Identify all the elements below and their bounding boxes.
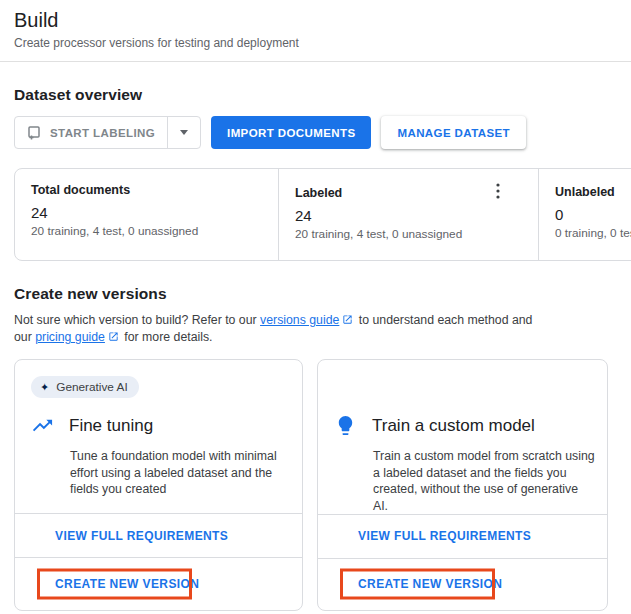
vertical-ellipsis-icon [496, 183, 500, 199]
lightbulb-icon [334, 414, 357, 437]
start-labeling-dropdown[interactable] [167, 117, 200, 148]
custom-model-card: Train a custom model Train a custom mode… [317, 359, 608, 611]
trending-up-icon [31, 414, 54, 437]
sparkle-icon: ✦ [40, 381, 49, 394]
pricing-guide-link[interactable]: pricing guide [35, 330, 105, 344]
view-full-requirements-link[interactable]: VIEW FULL REQUIREMENTS [55, 529, 228, 543]
create-version-row: CREATE NEW VERSION [318, 558, 607, 610]
open-in-new-icon [108, 331, 119, 342]
labeled-overflow-menu-button[interactable] [494, 181, 502, 205]
fine-tuning-card-body: ✦ Generative AI Fine tuning Tune a found… [15, 360, 302, 513]
card-title: Train a custom model [372, 416, 535, 436]
create-versions-intro: Not sure which version to build? Refer t… [14, 312, 631, 346]
badge-label: Generative AI [56, 380, 127, 394]
open-in-new-icon [342, 314, 353, 325]
start-labeling-split-button: START LABELING [14, 116, 201, 149]
caret-down-icon [180, 130, 188, 135]
stat-label: Total documents [31, 183, 278, 197]
stat-label: Unlabeled [555, 185, 631, 199]
start-labeling-button[interactable]: START LABELING [15, 117, 167, 148]
card-title: Fine tuning [69, 416, 153, 436]
requirements-row: VIEW FULL REQUIREMENTS [15, 513, 302, 557]
stat-unlabeled: Unlabeled 0 0 training, 0 test, [538, 169, 631, 260]
intro-text: Not sure which version to build? Refer t… [14, 313, 260, 327]
custom-model-card-body: Train a custom model Train a custom mode… [318, 360, 607, 514]
stat-total-documents: Total documents 24 20 training, 4 test, … [15, 169, 278, 260]
intro-line-1: Not sure which version to build? Refer t… [14, 312, 631, 329]
select-box-plus-icon [26, 125, 42, 141]
custom-model-title-row: Train a custom model [334, 414, 593, 437]
stat-labeled: Labeled 24 20 training, 4 test, 0 unassi… [278, 169, 538, 260]
view-full-requirements-link[interactable]: VIEW FULL REQUIREMENTS [358, 529, 531, 543]
dataset-toolbar: START LABELING IMPORT DOCUMENTS MANAGE D… [14, 116, 631, 149]
fine-tuning-card: ✦ Generative AI Fine tuning Tune a found… [14, 359, 303, 611]
create-new-version-link[interactable]: CREATE NEW VERSION [358, 577, 502, 591]
intro-text: to understand each method and [355, 313, 532, 327]
badge-spacer [334, 376, 593, 398]
create-version-row: CREATE NEW VERSION [15, 557, 302, 610]
card-description: Train a custom model from scratch using … [373, 448, 595, 514]
stat-detail: 20 training, 4 test, 0 unassigned [295, 227, 538, 241]
manage-dataset-button[interactable]: MANAGE DATASET [381, 116, 526, 149]
page-subtitle: Create processor versions for testing an… [14, 36, 615, 50]
stat-detail: 20 training, 4 test, 0 unassigned [31, 224, 278, 238]
stat-value: 24 [31, 204, 278, 221]
card-description: Tune a foundation model with minimal eff… [70, 448, 292, 498]
requirements-row: VIEW FULL REQUIREMENTS [318, 514, 607, 558]
intro-text: for more details. [121, 330, 213, 344]
import-documents-button[interactable]: IMPORT DOCUMENTS [211, 116, 371, 149]
intro-text: our [14, 330, 35, 344]
stat-value: 24 [295, 207, 538, 224]
start-labeling-label: START LABELING [50, 127, 155, 139]
fine-tuning-title-row: Fine tuning [31, 414, 288, 437]
page-header: Build Create processor versions for test… [0, 0, 631, 62]
generative-ai-badge: ✦ Generative AI [31, 376, 139, 398]
dataset-overview-heading: Dataset overview [14, 86, 631, 104]
stat-detail: 0 training, 0 test, [555, 226, 631, 240]
stat-value: 0 [555, 206, 631, 223]
intro-line-2: our pricing guide for more details. [14, 329, 631, 346]
versions-guide-link[interactable]: versions guide [260, 313, 339, 327]
create-new-version-link[interactable]: CREATE NEW VERSION [55, 577, 199, 591]
page-title: Build [14, 7, 615, 33]
create-versions-heading: Create new versions [14, 285, 631, 303]
version-cards: ✦ Generative AI Fine tuning Tune a found… [14, 359, 631, 611]
dataset-stats-card: Total documents 24 20 training, 4 test, … [14, 168, 631, 261]
